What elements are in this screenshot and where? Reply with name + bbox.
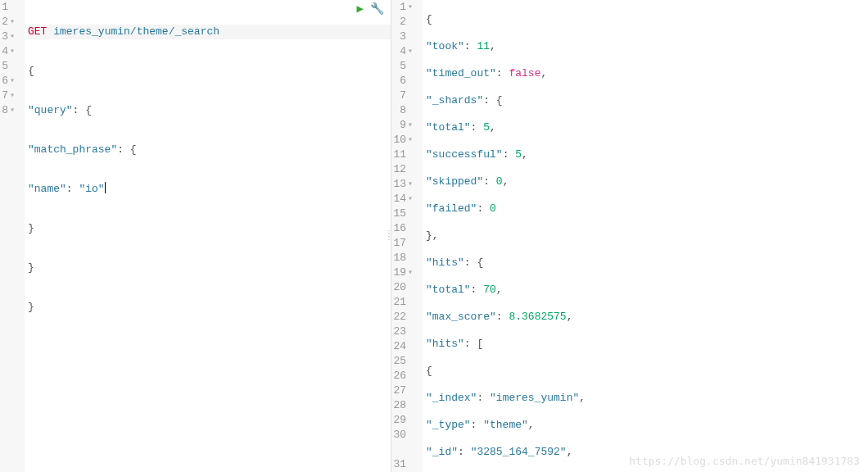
- fold-icon[interactable]: ▾: [406, 133, 414, 148]
- fold-icon[interactable]: [8, 59, 16, 74]
- request-editor[interactable]: 1 2▾ 3▾ 4▾ 5 6▾ 7▾ 8▾ GET imeres_yumin/t…: [0, 0, 391, 472]
- panel-resize-handle[interactable]: ⋮⋮: [385, 233, 391, 239]
- request-url: imeres_yumin/theme/_search: [53, 25, 219, 39]
- fold-icon[interactable]: ▾: [8, 74, 16, 88]
- fold-icon[interactable]: [8, 0, 16, 15]
- fold-icon[interactable]: [406, 162, 414, 177]
- fold-icon[interactable]: [406, 295, 414, 310]
- fold-icon[interactable]: [406, 457, 414, 472]
- fold-icon[interactable]: [406, 236, 414, 251]
- request-code[interactable]: GET imeres_yumin/theme/_search { "query"…: [25, 0, 391, 472]
- response-code: { "took": 11, "timed_out": false, "_shar…: [423, 0, 866, 472]
- fold-icon[interactable]: [406, 15, 414, 30]
- fold-icon[interactable]: [406, 428, 414, 457]
- run-query-icon[interactable]: ▶: [357, 2, 364, 16]
- http-method: GET: [28, 25, 47, 39]
- fold-icon[interactable]: ▾: [8, 15, 16, 30]
- fold-icon[interactable]: ▾: [8, 103, 16, 118]
- response-viewer-panel: 1▾234▾56789▾10▾111213▾14▾1516171819▾2021…: [391, 0, 866, 472]
- request-gutter: 1 2▾ 3▾ 4▾ 5 6▾ 7▾ 8▾: [0, 0, 25, 472]
- request-editor-panel: ▶ 🔧 ⋮⋮ 1 2▾ 3▾ 4▾ 5 6▾ 7▾ 8▾ GET imeres_…: [0, 0, 391, 472]
- fold-icon[interactable]: [406, 280, 414, 295]
- fold-icon[interactable]: [406, 384, 414, 398]
- fold-icon[interactable]: [406, 354, 414, 369]
- fold-icon[interactable]: ▾: [406, 44, 414, 59]
- fold-icon[interactable]: ▾: [406, 177, 414, 192]
- fold-icon[interactable]: [406, 30, 414, 44]
- fold-icon[interactable]: [406, 369, 414, 384]
- fold-icon[interactable]: [406, 251, 414, 266]
- fold-icon[interactable]: [406, 103, 414, 118]
- fold-icon[interactable]: [406, 221, 414, 236]
- response-viewer[interactable]: 1▾234▾56789▾10▾111213▾14▾1516171819▾2021…: [391, 0, 866, 472]
- response-gutter: 1▾234▾56789▾10▾111213▾14▾1516171819▾2021…: [391, 0, 423, 472]
- fold-icon[interactable]: [406, 74, 414, 88]
- fold-icon[interactable]: [406, 310, 414, 324]
- fold-icon[interactable]: ▾: [8, 30, 16, 44]
- fold-icon[interactable]: [406, 148, 414, 162]
- fold-icon[interactable]: [406, 413, 414, 428]
- fold-icon[interactable]: [406, 398, 414, 413]
- fold-icon[interactable]: [406, 88, 414, 103]
- fold-icon[interactable]: [406, 59, 414, 74]
- fold-icon[interactable]: [406, 339, 414, 354]
- editor-toolbar: ▶ 🔧: [357, 2, 384, 16]
- fold-icon[interactable]: [406, 324, 414, 339]
- text-cursor: [105, 182, 106, 193]
- fold-icon[interactable]: ▾: [406, 192, 414, 206]
- wrench-icon[interactable]: 🔧: [370, 2, 384, 16]
- fold-icon[interactable]: ▾: [406, 118, 414, 133]
- fold-icon[interactable]: ▾: [406, 266, 414, 280]
- fold-icon[interactable]: [406, 206, 414, 221]
- fold-icon[interactable]: ▾: [8, 44, 16, 59]
- fold-icon[interactable]: ▾: [406, 0, 414, 15]
- fold-icon[interactable]: ▾: [8, 88, 16, 103]
